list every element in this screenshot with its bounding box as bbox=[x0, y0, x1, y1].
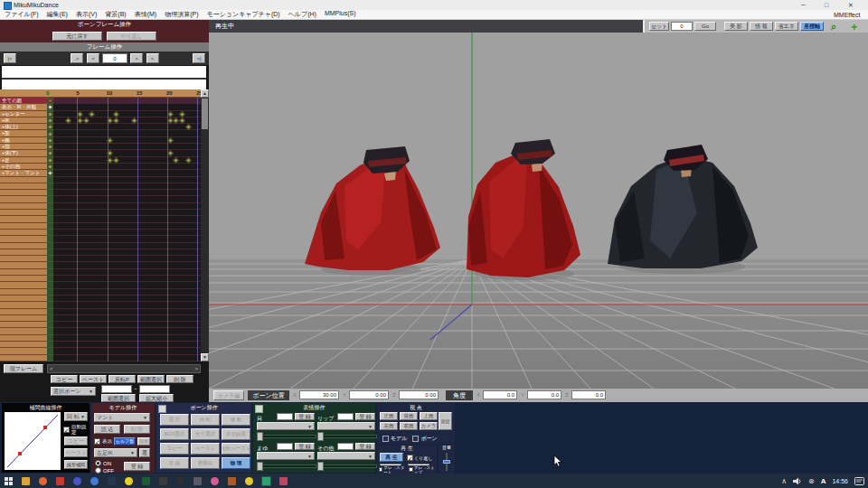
bone-op-button-3[interactable]: BOX選択 bbox=[160, 428, 189, 440]
timeline-row[interactable] bbox=[0, 223, 201, 230]
morph-slider-track[interactable] bbox=[317, 465, 377, 468]
ik-on-radio-row[interactable]: ON bbox=[95, 460, 111, 466]
timeline-row-grid[interactable] bbox=[47, 256, 201, 262]
morph-register-button[interactable]: 登 録 bbox=[295, 413, 315, 420]
timeline-row[interactable] bbox=[0, 289, 201, 296]
ik-off-radio[interactable] bbox=[95, 467, 101, 474]
timeline-row-grid[interactable] bbox=[47, 249, 201, 256]
timeline-row[interactable] bbox=[0, 210, 201, 216]
timeline-row-grid[interactable] bbox=[47, 236, 201, 242]
timeline-row[interactable]: +体(上) bbox=[0, 124, 201, 130]
timeline-row-label[interactable]: +腕 bbox=[0, 137, 47, 144]
timeline-row[interactable] bbox=[0, 302, 201, 308]
morph-value-input[interactable] bbox=[337, 443, 354, 450]
timeline-row[interactable] bbox=[0, 249, 201, 256]
timeline-row-label[interactable]: 全ての親 bbox=[0, 98, 47, 104]
timeline-row-label[interactable] bbox=[0, 230, 47, 236]
go-button[interactable]: Go bbox=[694, 22, 716, 31]
undo-button[interactable]: 元に戻す bbox=[52, 32, 102, 41]
timeline-row[interactable] bbox=[0, 328, 201, 334]
timeline-row-grid[interactable] bbox=[47, 130, 201, 136]
view-button-1[interactable]: 背面 bbox=[400, 412, 418, 420]
bone-op-button-8[interactable]: 反転ペースト bbox=[222, 443, 250, 455]
timeline-row-grid[interactable] bbox=[47, 150, 201, 156]
timeline-row-grid[interactable] bbox=[47, 282, 201, 288]
timeline-row[interactable] bbox=[0, 342, 201, 348]
timeline-row[interactable] bbox=[0, 335, 201, 342]
blue-arrow-app-icon[interactable] bbox=[90, 476, 99, 486]
timeline-row[interactable] bbox=[0, 243, 201, 249]
clock[interactable]: 14:56 bbox=[832, 478, 848, 484]
timeline-row[interactable]: +髪 bbox=[0, 130, 201, 136]
panel-collapse-icon[interactable] bbox=[158, 405, 166, 413]
timeline-row-label[interactable] bbox=[0, 289, 47, 296]
timeline-row-grid[interactable] bbox=[47, 262, 201, 268]
auto-setting-checkbox[interactable]: ✓ bbox=[63, 427, 70, 433]
ik-pick-button[interactable]: 選 bbox=[139, 448, 150, 457]
frame-start-row[interactable]: フレ→スタート bbox=[379, 465, 406, 474]
interp-paste-button[interactable]: ペースト bbox=[64, 448, 88, 457]
view-button-4[interactable]: 右面 bbox=[400, 422, 418, 430]
timeline-row-grid[interactable] bbox=[47, 111, 201, 117]
morph-slider-handle[interactable] bbox=[317, 462, 324, 471]
auto-setting-row[interactable]: ✓ 自動設定 bbox=[63, 425, 90, 435]
timeline-row-label[interactable]: 表示・IK・外観 bbox=[0, 104, 47, 110]
camera-mode-button[interactable]: カメラ編 bbox=[213, 390, 244, 400]
timeline-row-label[interactable] bbox=[0, 315, 47, 322]
redo-button[interactable]: やり直し bbox=[107, 32, 156, 41]
timeline-row-label[interactable] bbox=[0, 223, 47, 230]
timeline-row[interactable] bbox=[0, 322, 201, 328]
add-button[interactable]: 加算 bbox=[137, 437, 150, 446]
timeline-row[interactable] bbox=[0, 236, 201, 242]
timeline-row-label[interactable]: +体(上) bbox=[0, 124, 47, 130]
timeline-row-grid[interactable] bbox=[47, 355, 201, 361]
red-v-app-icon[interactable] bbox=[55, 476, 65, 486]
timeline-row-label[interactable]: +体(下) bbox=[0, 150, 47, 156]
timeline-row[interactable] bbox=[0, 177, 201, 183]
menu-item-3[interactable]: 背景(B) bbox=[105, 10, 126, 19]
model-load-button[interactable]: 読 込 bbox=[94, 425, 120, 434]
timeline-row[interactable] bbox=[0, 262, 201, 268]
ime-indicator[interactable]: A bbox=[821, 477, 826, 485]
keyframe-timeline[interactable]: 0510152025 全ての親表示・IK・外観+センター+IK+体(上)+髪+腕… bbox=[0, 89, 201, 361]
display-checkbox[interactable]: ✓ bbox=[94, 438, 100, 445]
play-button[interactable]: 再 生 bbox=[380, 453, 403, 462]
morph-slider-handle[interactable] bbox=[257, 462, 263, 471]
hscroll-right-icon[interactable]: > bbox=[194, 366, 198, 371]
blue-messenger-icon[interactable] bbox=[72, 476, 82, 486]
timeline-row-grid[interactable] bbox=[47, 223, 201, 230]
view-button-0[interactable]: 正面 bbox=[380, 412, 398, 420]
scroll-up-icon[interactable]: ▲ bbox=[201, 89, 209, 98]
timeline-row-grid[interactable] bbox=[47, 322, 201, 328]
frame-prev-button[interactable]: < bbox=[87, 53, 99, 63]
timeline-row-label[interactable] bbox=[0, 282, 47, 288]
timeline-row[interactable] bbox=[0, 276, 201, 282]
maximize-button[interactable]: □ bbox=[825, 2, 828, 8]
timeline-row-label[interactable] bbox=[0, 328, 47, 334]
range-select-button[interactable]: 範囲選択 bbox=[101, 394, 136, 402]
delete-frames-button[interactable]: 削 除 bbox=[166, 375, 193, 383]
timeline-row-label[interactable] bbox=[0, 296, 47, 302]
timeline-row-grid[interactable] bbox=[47, 348, 201, 354]
yellow-small-app-icon[interactable] bbox=[244, 476, 254, 486]
morph-register-button[interactable]: 登 録 bbox=[295, 443, 315, 450]
timeline-row-grid[interactable] bbox=[47, 164, 201, 170]
timeline-row-label[interactable]: +指 bbox=[0, 144, 47, 150]
timeline-row[interactable] bbox=[0, 183, 201, 190]
timeline-row[interactable] bbox=[0, 348, 201, 354]
toolbar-toggle-2[interactable]: 省エネ bbox=[775, 22, 798, 31]
timeline-row-label[interactable]: +髪 bbox=[0, 130, 47, 136]
frame-last-button[interactable]: >| bbox=[193, 53, 205, 63]
flip-paste-button[interactable]: 反転P bbox=[108, 375, 136, 383]
timeline-row-grid[interactable] bbox=[47, 190, 201, 196]
timeline-row-grid[interactable] bbox=[47, 98, 201, 104]
timeline-row-label[interactable] bbox=[0, 262, 47, 268]
frame-stop-row[interactable]: フレ→ストップ bbox=[409, 465, 437, 474]
hscroll-left-icon[interactable]: < bbox=[50, 366, 53, 371]
timeline-row-label[interactable] bbox=[0, 190, 47, 196]
angle-y-input[interactable]: 0.0 bbox=[527, 390, 561, 399]
timeline-row-grid[interactable] bbox=[47, 177, 201, 183]
menu-item-5[interactable]: 物理演算(P) bbox=[165, 10, 198, 19]
interp-mode-dropdown[interactable]: 回 転▼ bbox=[64, 412, 88, 421]
timeline-row[interactable] bbox=[0, 355, 201, 361]
